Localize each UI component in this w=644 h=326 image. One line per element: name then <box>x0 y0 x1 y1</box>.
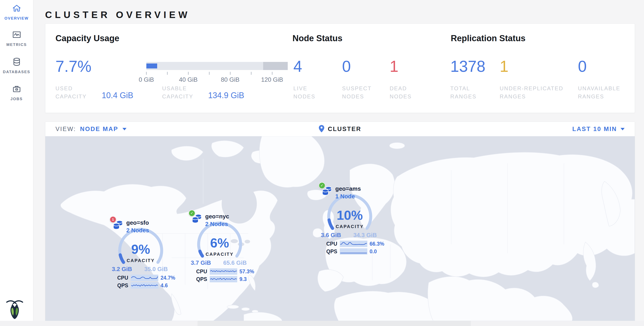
capacity-caption: CAPACITY <box>318 224 381 229</box>
under-replicated-label: UNDER-REPLICATED RANGES <box>500 84 574 101</box>
cpu-label: CPU <box>326 241 337 247</box>
locality-node-count[interactable]: 2 Nodes <box>205 221 228 228</box>
cluster-overview-page: OVERVIEW METRICS DATABASES JOBS <box>0 0 644 326</box>
under-replicated-count: 1 <box>500 57 508 75</box>
capacity-bar-used <box>146 63 157 68</box>
unavailable-count: 0 <box>578 57 587 75</box>
sidebar-item-jobs[interactable]: JOBS <box>0 84 33 101</box>
live-nodes-label: LIVE NODES <box>293 84 327 101</box>
capacity-total-value: 34.3 GiB <box>352 232 377 239</box>
suspect-nodes-label: SUSPECT NODES <box>342 84 376 101</box>
qps-value: 0.0 <box>370 248 377 255</box>
cluster-summary-card: Capacity Usage 7.7% 0 GiB40 GiB80 GiB120… <box>45 23 635 113</box>
axis-tick <box>272 72 272 75</box>
locality-node-count[interactable]: 2 Nodes <box>126 227 149 234</box>
node-status-title: Node Status <box>292 33 342 43</box>
chevron-down-icon[interactable] <box>620 128 624 130</box>
sidebar-item-label: OVERVIEW <box>0 16 33 21</box>
databases-stack-icon <box>192 214 202 224</box>
sidebar-item-databases[interactable]: DATABASES <box>0 57 33 74</box>
qps-sparkline <box>340 248 367 255</box>
capacity-used-value: 3.7 GiB <box>191 259 211 266</box>
unavailable-label: UNAVAILABLE RANGES <box>578 84 636 101</box>
sidebar-item-label: JOBS <box>0 97 33 101</box>
axis-tick <box>188 72 188 75</box>
locality-marker[interactable]: 1 geo=sfo 2 Nodes 9% CAPACITY 3.2 GiB 35… <box>109 216 179 293</box>
qps-value: 9.3 <box>240 276 247 282</box>
axis-tick <box>146 72 146 75</box>
used-capacity-label: USED CAPACITY <box>56 84 95 101</box>
capacity-bar-reserved <box>263 62 288 70</box>
capacity-bar <box>146 62 288 70</box>
cpu-value: 57.3% <box>240 268 254 275</box>
axis-tick-label: 0 GiB <box>135 76 158 83</box>
time-range-dropdown[interactable]: LAST 10 MIN <box>572 126 617 133</box>
scrolled-panel-edge <box>0 321 644 326</box>
locality-name: geo=nyc <box>205 213 229 220</box>
total-ranges-count: 1378 <box>450 57 486 75</box>
locality-name: geo=sfo <box>126 219 149 226</box>
replication-status-title: Replication Status <box>451 33 526 43</box>
qps-label: QPS <box>117 282 128 289</box>
capacity-caption: CAPACITY <box>188 252 251 257</box>
node-map-card: VIEW: NODE MAP CLUSTER LAST 10 MIN <box>45 122 635 321</box>
qps-sparkline <box>131 282 158 289</box>
qps-label: QPS <box>196 276 207 282</box>
usable-capacity-value: 134.9 GiB <box>208 91 244 100</box>
chart-icon <box>12 30 22 40</box>
capacity-percent: 6% <box>188 236 251 250</box>
home-icon <box>12 3 22 14</box>
axis-tick-label: 40 GiB <box>177 76 200 83</box>
sidebar-item-label: DATABASES <box>0 70 33 74</box>
axis-tick <box>230 72 230 75</box>
map-pin-icon <box>319 125 324 133</box>
database-icon <box>12 57 22 68</box>
axis-tick-label: 80 GiB <box>219 76 242 83</box>
locality-marker[interactable]: ✓ geo=ams 1 Node 10% CAPACITY 3.6 GiB 34… <box>318 182 388 259</box>
dead-nodes-count: 1 <box>390 57 398 75</box>
dead-nodes-label: DEAD NODES <box>390 84 424 101</box>
suspect-nodes-count: 0 <box>342 57 351 75</box>
capacity-percent: 7.7% <box>56 57 92 75</box>
cpu-sparkline <box>210 268 237 275</box>
cpu-sparkline <box>131 275 158 281</box>
axis-tick <box>251 72 252 75</box>
axis-tick <box>209 72 210 75</box>
axis-tick-label: 120 GiB <box>261 76 284 83</box>
scrolled-panel-top <box>198 321 471 326</box>
databases-stack-icon <box>113 220 123 231</box>
axis-tick <box>167 72 168 75</box>
sidebar: OVERVIEW METRICS DATABASES JOBS <box>0 0 33 326</box>
world-map: 1 geo=sfo 2 Nodes 9% CAPACITY 3.2 GiB 35… <box>45 136 635 321</box>
breadcrumb-cluster: CLUSTER <box>328 126 362 133</box>
briefcase-icon <box>12 84 22 95</box>
capacity-usage-title: Capacity Usage <box>56 33 119 43</box>
total-ranges-label: TOTAL RANGES <box>450 84 486 101</box>
map-toolbar: VIEW: NODE MAP CLUSTER LAST 10 MIN <box>45 122 635 137</box>
qps-value: 4.6 <box>160 282 168 289</box>
cpu-sparkline <box>340 241 367 247</box>
locality-node-count[interactable]: 1 Node <box>335 193 355 200</box>
sidebar-item-label: METRICS <box>0 42 33 47</box>
cpu-label: CPU <box>196 268 207 275</box>
capacity-axis: 0 GiB40 GiB80 GiB120 GiB <box>146 72 291 85</box>
sidebar-item-overview[interactable]: OVERVIEW <box>0 3 33 21</box>
databases-stack-icon <box>322 186 332 196</box>
cpu-value: 66.3% <box>370 241 384 247</box>
locality-marker[interactable]: ✓ geo=nyc 2 Nodes 6% CAPACITY 3.7 GiB 65… <box>188 210 258 286</box>
capacity-total-value: 35.0 GiB <box>143 266 168 273</box>
usable-capacity-label: USABLE CAPACITY <box>162 84 203 101</box>
capacity-total-value: 65.6 GiB <box>222 259 247 266</box>
page-title: CLUSTER OVERVIEW <box>45 9 190 20</box>
sidebar-item-metrics[interactable]: METRICS <box>0 30 33 47</box>
capacity-used-value: 3.6 GiB <box>321 232 341 239</box>
qps-label: QPS <box>326 248 337 255</box>
live-nodes-count: 4 <box>293 57 302 75</box>
cpu-label: CPU <box>117 275 128 281</box>
qps-sparkline <box>210 276 237 282</box>
capacity-used-value: 3.2 GiB <box>112 266 132 273</box>
used-capacity-value: 10.4 GiB <box>102 91 133 100</box>
capacity-caption: CAPACITY <box>109 258 172 263</box>
cockroachdb-logo <box>6 299 24 321</box>
capacity-percent: 9% <box>109 242 172 256</box>
